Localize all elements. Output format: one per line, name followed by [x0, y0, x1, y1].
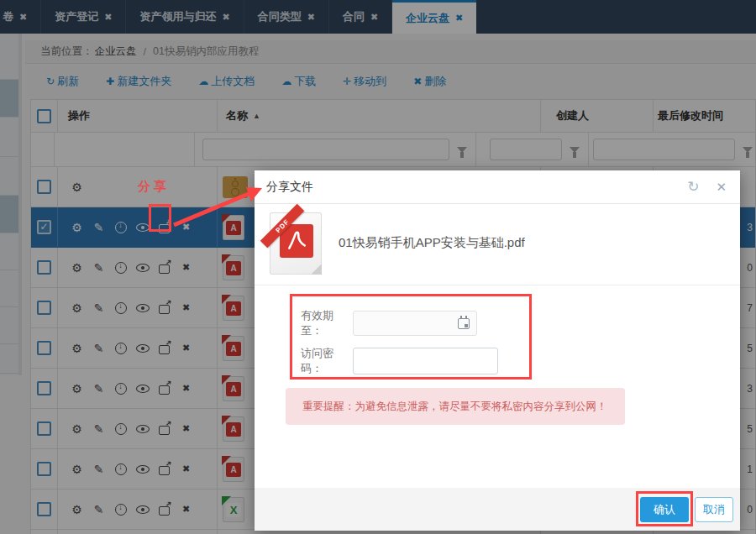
file-name: 01快易销手机APP安装与基础.pdf [339, 235, 525, 251]
app-window: 卷✖资产登记✖资产领用与归还✖合同类型✖合同✖企业云盘✖ 当前位置： 企业云盘 … [0, 0, 756, 534]
dialog-footer: 确认 取消 [255, 488, 740, 531]
expiry-date-input[interactable] [353, 311, 477, 336]
password-label: 访问密码： [301, 346, 353, 376]
refresh-icon[interactable]: ↻ [687, 178, 699, 196]
cancel-button[interactable]: 取消 [695, 497, 733, 522]
expiry-label: 有效期至： [301, 308, 353, 338]
file-summary: PDF 01快易销手机APP安装与基础.pdf [255, 205, 740, 285]
dialog-title: 分享文件 [266, 180, 687, 195]
confirm-button[interactable]: 确认 [640, 497, 689, 522]
close-icon[interactable]: ✕ [716, 180, 727, 195]
dialog-header: 分享文件 ↻ ✕ [255, 170, 740, 204]
share-dialog: 分享文件 ↻ ✕ PDF 01快易销手机APP安装与基础.pdf 有效期至： [255, 170, 740, 531]
access-password-input[interactable] [353, 348, 498, 374]
warning-banner: 重要提醒：为避免信息泄露，请尽量不要将私密内容分享到公网！ [286, 388, 625, 425]
pdf-file-icon: PDF [270, 212, 322, 275]
calendar-icon[interactable] [458, 318, 470, 329]
